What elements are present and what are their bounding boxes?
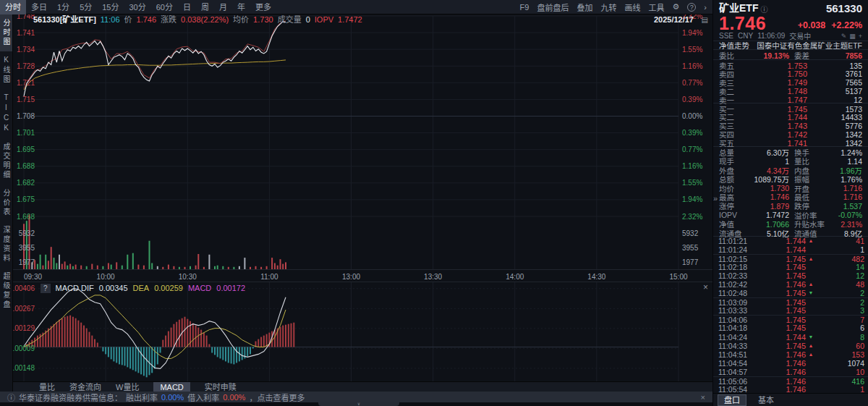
period-tab-5[interactable]: 30分 — [124, 0, 151, 14]
tick-row: 11:04:331.745▲60 — [713, 342, 868, 350]
period-tab-0[interactable]: 分时 — [0, 0, 26, 14]
stat-value: -0.07% — [822, 211, 862, 219]
book-volume: 135 — [807, 62, 862, 70]
f9-button[interactable]: F9 — [520, 3, 529, 12]
macd-help-icon[interactable]: ? — [41, 284, 51, 293]
period-tab-2[interactable]: 1分 — [52, 0, 75, 14]
stat-value: 1.716 — [822, 184, 862, 193]
indicator-tabs: 量比资金流向W量比MACD实时申赎 — [13, 381, 712, 392]
grid-icon[interactable]: ▦ — [849, 33, 856, 40]
svg-text:13:00: 13:00 — [342, 273, 360, 281]
stat-value: 1.24% — [822, 148, 862, 157]
book-volume: 14433 — [807, 113, 862, 122]
period-tab-1[interactable]: 多日 — [26, 0, 52, 14]
svg-text:-0.00148: -0.00148 — [13, 364, 35, 372]
indicator-tab-0[interactable]: 量比 — [39, 382, 55, 392]
sidebar-item-6[interactable]: 超级复盘 — [0, 268, 12, 314]
tools-button[interactable]: 工具 — [648, 1, 664, 13]
panel-tab-1[interactable]: 基本 — [752, 395, 780, 405]
timeshare-chart[interactable]: 1.7482.32%1.7411.94%1.7341.55%1.7281.16%… — [13, 14, 712, 392]
draw-line-button[interactable]: 画线 — [624, 1, 640, 13]
bid-row[interactable]: 买二1.74414433 — [713, 111, 868, 120]
svg-text:1.94%: 1.94% — [682, 195, 702, 203]
indicator-tab-3[interactable]: MACD — [153, 382, 190, 392]
add-icon[interactable]: + — [859, 33, 862, 40]
stat-row: 现手1量比1.14 — [713, 156, 868, 164]
bid-row[interactable]: 买四1.7421342 — [713, 129, 868, 138]
tick-price: 1.744 — [754, 245, 806, 254]
period-tab-8[interactable]: 周 — [196, 0, 214, 14]
period-tab-11[interactable]: 更多 — [250, 0, 276, 14]
chart-symbol: 561330[矿业ETF] — [33, 15, 96, 25]
chart-column: 1.7482.32%1.7411.94%1.7341.55%1.7281.16%… — [13, 14, 712, 392]
period-tab-6[interactable]: 60分 — [151, 0, 178, 14]
nav-label[interactable]: 净值走势 — [719, 40, 749, 51]
tick-volume: 153 — [816, 350, 864, 359]
sidebar-item-1[interactable]: K线图 — [0, 51, 12, 89]
tick-volume: 14 — [816, 263, 864, 271]
avg-label: 均价 — [233, 15, 249, 25]
sidebar-item-4[interactable]: 分价表 — [0, 185, 12, 221]
svg-text:3955: 3955 — [19, 244, 35, 252]
period-tabs: 分时多日1分5分15分30分60分日周月年更多 — [0, 0, 276, 14]
ask-row[interactable]: 卖一1.74712 — [713, 95, 868, 103]
macd-dea-label: DEA — [133, 284, 150, 293]
pre-post-button[interactable]: 盘前盘后 — [537, 1, 569, 13]
tick-time: 11:04:57 — [718, 368, 754, 376]
notice-close-icon[interactable]: × — [701, 393, 705, 402]
ask-row[interactable]: 卖二1.7485137 — [713, 86, 868, 95]
chevron-right-icon[interactable]: › — [704, 3, 707, 12]
macd-close-icon[interactable]: × — [703, 283, 708, 292]
indicator-tab-4[interactable]: 实时申赎 — [205, 382, 237, 392]
tick-list: 11:01:211.744▲4111:01:241.744111:02:151.… — [713, 236, 868, 393]
quote-header: 矿业ETF ⓘ 561330 — [713, 0, 868, 14]
drawer-handle[interactable]: ∨ — [318, 402, 399, 406]
help-icon[interactable]: ? — [687, 3, 696, 12]
expand-icon[interactable]: » — [713, 194, 718, 203]
svg-text:1.675: 1.675 — [17, 195, 35, 203]
tick-volume: 1 — [816, 385, 864, 394]
ask-row[interactable]: 卖四1.7503761 — [713, 69, 868, 77]
price-change-pct: +2.22% — [831, 20, 862, 31]
bid-row[interactable]: 买三1.7435776 — [713, 120, 868, 129]
svg-text:1.721: 1.721 — [17, 79, 35, 87]
tick-row: 11:04:541.7461074 — [713, 359, 868, 368]
svg-text:1.734: 1.734 — [17, 46, 35, 54]
bid-row[interactable]: 买五1.7411342 — [713, 138, 868, 146]
nine-turn-button[interactable]: 九转 — [600, 1, 616, 13]
svg-text:10:00: 10:00 — [97, 273, 115, 281]
period-tab-4[interactable]: 15分 — [97, 0, 124, 14]
sidebar-item-5[interactable]: 深度资料 — [0, 221, 12, 268]
tick-row: 11:05:061.746416 — [713, 376, 868, 385]
tick-time: 11:01:21 — [718, 237, 754, 245]
price-label: 价 — [124, 15, 132, 25]
book-volume: 1342 — [807, 130, 862, 139]
sidebar-item-3[interactable]: 成交明细 — [0, 138, 12, 185]
settings-icon[interactable]: ⚙ — [672, 2, 679, 12]
tick-row: 11:02:481.745▼2 — [713, 289, 868, 297]
tick-volume: 41 — [816, 237, 864, 245]
tick-volume: 3 — [816, 306, 864, 315]
news-icon[interactable]: ▤ — [702, 16, 708, 24]
period-tab-7[interactable]: 日 — [178, 0, 196, 14]
overlay-button[interactable]: 叠加 — [576, 1, 592, 13]
sidebar-item-0[interactable]: 分时图 — [0, 14, 12, 51]
indicator-tab-2[interactable]: W量比 — [116, 382, 139, 392]
ask-row[interactable]: 卖三1.7497565 — [713, 77, 868, 86]
stat-value: 1.7472 — [744, 211, 789, 219]
stat-row: 净值1.7066升贴水率2.31% — [713, 219, 868, 227]
indicator-tab-1[interactable]: 资金流向 — [69, 382, 101, 392]
period-tab-3[interactable]: 5分 — [75, 0, 97, 14]
period-tab-9[interactable]: 月 — [214, 0, 232, 14]
period-tab-10[interactable]: 年 — [232, 0, 250, 14]
tick-row: 11:04:241.744▼8 — [713, 333, 868, 342]
bid-row[interactable]: 买一1.7451573 — [713, 103, 868, 111]
sidebar-item-2[interactable]: TICK — [0, 89, 12, 138]
panel-tab-0[interactable]: 盘口 — [718, 394, 746, 406]
svg-text:5932: 5932 — [19, 229, 35, 237]
tick-row: 11:04:061.7457 — [713, 315, 868, 323]
ask-row[interactable]: 卖五1.753135 — [713, 60, 868, 69]
notice-more-link[interactable]: ，点击查看更多 — [249, 392, 305, 403]
edit-icon[interactable]: ✎ — [841, 33, 847, 40]
book-price: 1.747 — [741, 96, 807, 104]
